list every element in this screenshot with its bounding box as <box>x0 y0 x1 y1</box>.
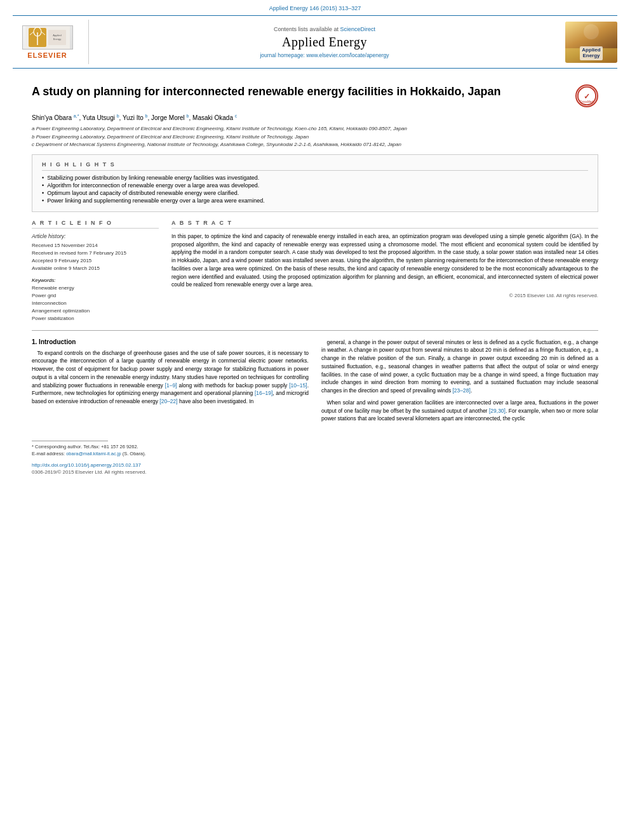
footer-links: http://dx.doi.org/10.1016/j.apenergy.201… <box>32 462 598 475</box>
svg-point-10 <box>584 24 599 39</box>
article-title-section: A study on planning for interconnected r… <box>32 84 598 107</box>
article-history: Article history: Received 15 November 20… <box>32 232 159 272</box>
main-content: A study on planning for interconnected r… <box>0 69 630 433</box>
body-left-col: 1. Introduction To expand controls on th… <box>32 338 309 427</box>
elsevier-logo-box: Applied Energy <box>22 25 73 50</box>
footnote-text: * Corresponding author. Tel./fax: +81 15… <box>32 444 598 457</box>
applied-energy-badge: AppliedEnergy <box>565 22 617 63</box>
body-text-left: To expand controls on the discharge of g… <box>32 349 309 406</box>
keyword-1: Renewable energy <box>32 284 159 292</box>
highlight-item-4: • Power linking and supplementing renewa… <box>42 197 588 204</box>
svg-text:✓: ✓ <box>584 92 590 101</box>
article-title: A study on planning for interconnected r… <box>32 84 566 99</box>
intro-paragraph-1: To expand controls on the discharge of g… <box>32 349 309 406</box>
section-divider <box>32 330 598 331</box>
intro-paragraph-3: When solar and wind power generation fac… <box>321 399 598 423</box>
ref-23-28[interactable]: [23–28] <box>453 387 471 394</box>
keyword-3: Interconnection <box>32 300 159 307</box>
article-info-title: A R T I C L E I N F O <box>32 220 159 229</box>
svg-text:Applied: Applied <box>53 34 61 37</box>
ref-29-30[interactable]: [29,30] <box>489 408 506 414</box>
corresponding-author-note: * Corresponding author. Tel./fax: +81 15… <box>32 444 598 451</box>
footnote-divider <box>32 441 108 441</box>
keywords-label: Keywords: <box>32 277 159 283</box>
history-label: Article history: <box>32 232 159 241</box>
bullet-icon: • <box>42 182 44 189</box>
elsevier-text: ELSEVIER <box>27 51 67 59</box>
crossmark-badge: ✓ CrossMark <box>575 84 598 107</box>
received-date: Received 15 November 2014 <box>32 242 159 250</box>
email-line: E-mail address: obara@mail.kitami-it.ac.… <box>32 451 598 458</box>
bullet-icon: • <box>42 175 44 181</box>
highlight-item-3: • Optimum layout and capacity of distrib… <box>42 190 588 196</box>
keywords-section: Keywords: Renewable energy Power grid In… <box>32 277 159 323</box>
intro-paragraph-2: general, a change in the power output of… <box>321 338 598 395</box>
body-right-col: general, a change in the power output of… <box>321 338 598 427</box>
affiliation-c: c Department of Mechanical Systems Engin… <box>32 141 598 148</box>
abstract-column: A B S T R A C T In this paper, to optimi… <box>171 220 598 323</box>
page-footer: * Corresponding author. Tel./fax: +81 15… <box>0 441 630 475</box>
keyword-5: Power stabilization <box>32 315 159 323</box>
authors-line: Shin'ya Obara a,*, Yuta Utsugi b, Yuzi I… <box>32 114 598 121</box>
affiliation-b: b Power Engineering Laboratory, Departme… <box>32 133 598 140</box>
journal-ref: Applied Energy 146 (2015) 313–327 <box>13 5 617 11</box>
footer-issn: 0306-2619/© 2015 Elsevier Ltd. All right… <box>32 469 598 475</box>
svg-text:Energy: Energy <box>53 37 61 41</box>
section-1-heading: 1. Introduction <box>32 338 309 345</box>
copyright-line: © 2015 Elsevier Ltd. All rights reserved… <box>171 293 598 298</box>
journal-center: Contents lists available at ScienceDirec… <box>89 26 560 58</box>
bullet-icon: • <box>42 190 44 196</box>
highlight-item-2: • Algorithm for interconnection of renew… <box>42 182 588 189</box>
received-revised-date: Received in revised form 7 February 2015 <box>32 250 159 257</box>
sciencedirect-link[interactable]: ScienceDirect <box>340 26 376 32</box>
svg-text:CrossMark: CrossMark <box>580 100 594 103</box>
ref-16-19[interactable]: [16–19] <box>255 390 272 396</box>
body-section: 1. Introduction To expand controls on th… <box>32 338 598 427</box>
ref-20-22[interactable]: [20–22] <box>159 398 177 404</box>
journal-homepage: journal homepage: www.elsevier.com/locat… <box>95 52 554 58</box>
journal-logo-right: AppliedEnergy <box>560 22 617 63</box>
bullet-icon: • <box>42 197 44 204</box>
highlight-item-1: • Stabilizing power distribution by link… <box>42 175 588 181</box>
sciencedirect-line: Contents lists available at ScienceDirec… <box>95 26 554 32</box>
highlights-section: H I G H L I G H T S • Stabilizing power … <box>32 154 598 212</box>
accepted-date: Accepted 9 February 2015 <box>32 257 159 265</box>
crossmark-icon: ✓ CrossMark <box>577 85 597 107</box>
affiliation-a: a Power Engineering Laboratory, Departme… <box>32 125 598 132</box>
journal-title-header: Applied Energy <box>95 35 554 50</box>
abstract-title: A B S T R A C T <box>171 220 598 229</box>
ref-1-9[interactable]: [1–9] <box>165 382 177 389</box>
footer-doi[interactable]: http://dx.doi.org/10.1016/j.apenergy.201… <box>32 462 598 468</box>
abstract-text: In this paper, to optimize the kind and … <box>171 232 598 289</box>
email-link[interactable]: obara@mail.kitami-it.ac.jp <box>66 451 121 457</box>
crossmark-circle: ✓ CrossMark <box>575 84 598 107</box>
applied-energy-badge-text: AppliedEnergy <box>580 46 602 60</box>
keyword-2: Power grid <box>32 292 159 300</box>
elsevier-logo: Applied Energy ELSEVIER <box>13 20 89 64</box>
available-date: Available online 9 March 2015 <box>32 265 159 272</box>
keyword-4: Arrangement optimization <box>32 307 159 315</box>
badge-background-icon <box>565 22 617 48</box>
article-info-abstract-section: A R T I C L E I N F O Article history: R… <box>32 220 598 323</box>
header-content: Applied Energy ELSEVIER Contents lists a… <box>13 15 617 69</box>
journal-header: Applied Energy 146 (2015) 313–327 <box>0 0 630 69</box>
highlights-title: H I G H L I G H T S <box>42 161 588 171</box>
page-wrapper: Applied Energy 146 (2015) 313–327 <box>0 0 630 840</box>
elsevier-tree-icon: Applied Energy <box>25 26 70 49</box>
article-info-column: A R T I C L E I N F O Article history: R… <box>32 220 159 323</box>
affiliations: a Power Engineering Laboratory, Departme… <box>32 125 598 148</box>
ref-10-15[interactable]: [10–15] <box>289 382 307 389</box>
body-text-right: general, a change in the power output of… <box>321 338 598 423</box>
